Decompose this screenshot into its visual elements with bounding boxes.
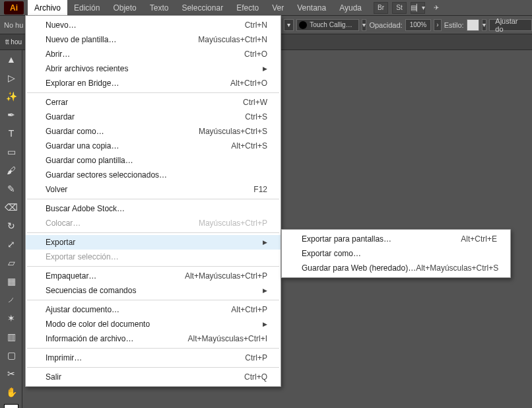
brush-dropdown-icon[interactable]: ▾ bbox=[362, 19, 367, 31]
menu-item[interactable]: Guardar como plantilla… bbox=[26, 153, 281, 168]
tool-brush-icon[interactable]: 🖌 bbox=[1, 162, 21, 179]
menu-item[interactable]: Buscar Adobe Stock… bbox=[26, 201, 281, 216]
tool-eraser-icon[interactable]: ⌫ bbox=[1, 199, 21, 216]
tool-magic-icon[interactable]: ✨ bbox=[1, 88, 21, 105]
document-tab[interactable]: tt hou bbox=[5, 38, 22, 46]
fill-swatch[interactable] bbox=[4, 404, 18, 408]
menu-item[interactable]: Abrir archivos recientes▶ bbox=[26, 61, 281, 76]
menu-item-label: Volver bbox=[46, 185, 67, 194]
menu-separator bbox=[27, 348, 279, 349]
menu-item-ver[interactable]: Ver bbox=[265, 0, 290, 16]
menu-item-label: Abrir… bbox=[46, 50, 70, 59]
menu-item[interactable]: Guardar como…Mayúsculas+Ctrl+S bbox=[26, 124, 281, 139]
submenu-item-label: Guardar para Web (heredado)… bbox=[302, 263, 416, 273]
menu-item: Colocar…Mayúsculas+Ctrl+P bbox=[26, 216, 281, 230]
menu-item[interactable]: SalirCtrl+Q bbox=[26, 370, 281, 384]
arrange-icon[interactable]: ▤▏▾ bbox=[411, 2, 425, 14]
menu-item[interactable]: Secuencias de comandos▶ bbox=[26, 283, 281, 298]
tool-direct-icon[interactable]: ▷ bbox=[1, 69, 21, 86]
tool-pencil-icon[interactable]: ✎ bbox=[1, 180, 21, 197]
style-dropdown-icon[interactable]: ▾ bbox=[482, 19, 487, 31]
submenu-item-label: Exportar para pantallas… bbox=[302, 234, 391, 244]
menu-shortcut: Ctrl+S bbox=[245, 112, 267, 121]
menu-shortcut: Ctrl+O bbox=[244, 50, 267, 59]
menu-shortcut: Ctrl+N bbox=[245, 20, 267, 30]
menu-item-label: Cerrar bbox=[46, 98, 68, 107]
menu-item[interactable]: Abrir…Ctrl+O bbox=[26, 47, 281, 61]
menu-item[interactable]: Ajustar documento…Alt+Ctrl+P bbox=[26, 302, 281, 317]
menu-item-label: Ajustar documento… bbox=[46, 305, 119, 314]
export-submenu: Exportar para pantallas…Alt+Ctrl+EExport… bbox=[281, 229, 511, 278]
dropdown-arrow-icon[interactable]: ▾ bbox=[284, 19, 294, 31]
tool-eyedropper-icon[interactable]: ⟋ bbox=[1, 291, 21, 308]
menu-item-ventana[interactable]: Ventana bbox=[290, 0, 333, 16]
menu-separator bbox=[27, 199, 279, 199]
menu-separator bbox=[27, 300, 279, 300]
tool-hand-icon[interactable]: ✋ bbox=[1, 384, 21, 401]
tool-rotate-icon[interactable]: ↻ bbox=[1, 217, 21, 234]
tool-type-icon[interactable]: T bbox=[1, 125, 21, 142]
stock-icon[interactable]: St bbox=[392, 2, 407, 14]
menu-item[interactable]: Guardar una copia…Alt+Ctrl+S bbox=[26, 139, 281, 153]
menu-shortcut: Alt+Ctrl+E bbox=[461, 234, 497, 244]
brush-dot-icon bbox=[299, 21, 307, 29]
submenu-item[interactable]: Exportar como… bbox=[282, 246, 510, 261]
opacity-field[interactable]: 100% bbox=[405, 19, 432, 31]
menu-item-seleccionar[interactable]: Seleccionar bbox=[175, 0, 230, 16]
menu-item[interactable]: Imprimir…Ctrl+P bbox=[26, 351, 281, 365]
submenu-item[interactable]: Exportar para pantallas…Alt+Ctrl+E bbox=[282, 232, 510, 246]
style-swatch[interactable] bbox=[467, 19, 479, 31]
menu-item-label: Abrir archivos recientes bbox=[46, 64, 128, 73]
menu-item[interactable]: Explorar en Bridge…Alt+Ctrl+O bbox=[26, 76, 281, 90]
menu-item[interactable]: VolverF12 bbox=[26, 182, 281, 197]
menu-item-label: Nuevo… bbox=[46, 20, 77, 30]
tool-scale-icon[interactable]: ⤢ bbox=[1, 236, 21, 253]
menu-item-label: Salir bbox=[46, 372, 61, 382]
menu-item[interactable]: Exportar▶ bbox=[26, 235, 281, 250]
menu-item-objeto[interactable]: Objeto bbox=[106, 0, 143, 16]
menu-separator bbox=[27, 367, 279, 368]
menu-item[interactable]: Información de archivo…Alt+Mayúsculas+Ct… bbox=[26, 331, 281, 346]
tool-rect-icon[interactable]: ▭ bbox=[1, 143, 21, 160]
adjust-button[interactable]: Ajustar do bbox=[489, 19, 532, 31]
tool-artboard-icon[interactable]: ▢ bbox=[1, 347, 21, 364]
submenu-arrow-icon: ▶ bbox=[263, 287, 267, 294]
menu-item-efecto[interactable]: Efecto bbox=[230, 0, 265, 16]
menu-shortcut: Ctrl+P bbox=[245, 353, 267, 362]
menu-item[interactable]: Guardar sectores seleccionados… bbox=[26, 168, 281, 182]
tool-mesh-icon[interactable]: ▦ bbox=[1, 273, 21, 290]
menu-item[interactable]: Nuevo de plantilla…Mayúsculas+Ctrl+N bbox=[26, 32, 281, 47]
menu-shortcut: Mayúsculas+Ctrl+P bbox=[199, 219, 267, 228]
publish-icon[interactable]: ✈ bbox=[429, 2, 444, 14]
menu-item-texto[interactable]: Texto bbox=[143, 0, 176, 16]
menu-item-edición[interactable]: Edición bbox=[67, 0, 106, 16]
tool-perspective-icon[interactable]: ▱ bbox=[1, 254, 21, 271]
menu-item[interactable]: Modo de color del documento▶ bbox=[26, 317, 281, 331]
menu-item-label: Buscar Adobe Stock… bbox=[46, 204, 125, 213]
tool-slice-icon[interactable]: ✂ bbox=[1, 365, 21, 382]
menu-shortcut: F12 bbox=[253, 185, 267, 194]
menu-item[interactable]: Nuevo…Ctrl+N bbox=[26, 18, 281, 32]
opacity-label: Opacidad: bbox=[369, 21, 402, 29]
tool-selection-icon[interactable]: ▲ bbox=[1, 51, 21, 68]
tool-symbol-icon[interactable]: ✶ bbox=[1, 310, 21, 327]
brush-selector[interactable]: Touch Callig… bbox=[296, 19, 359, 31]
menu-shortcut: Alt+Mayúsculas+Ctrl+I bbox=[188, 334, 267, 343]
tool-pen-icon[interactable]: ✒ bbox=[1, 106, 21, 123]
menu-item[interactable]: CerrarCtrl+W bbox=[26, 95, 281, 110]
menu-shortcut: Alt+Ctrl+S bbox=[231, 141, 267, 151]
menu-shortcut: Ctrl+W bbox=[243, 98, 267, 107]
menu-item-ayuda[interactable]: Ayuda bbox=[333, 0, 368, 16]
menu-item[interactable]: GuardarCtrl+S bbox=[26, 110, 281, 124]
bridge-icon[interactable]: Br bbox=[374, 2, 388, 14]
menu-item[interactable]: Empaquetar…Alt+Mayúsculas+Ctrl+P bbox=[26, 269, 281, 283]
opacity-arrow-icon[interactable]: › bbox=[434, 19, 441, 31]
submenu-item[interactable]: Guardar para Web (heredado)…Alt+Mayúscul… bbox=[282, 261, 510, 275]
tool-graph-icon[interactable]: ▥ bbox=[1, 328, 21, 345]
menu-item-label: Información de archivo… bbox=[46, 334, 133, 343]
menu-item-archivo[interactable]: Archivo bbox=[28, 0, 67, 16]
menu-item-label: Guardar como plantilla… bbox=[46, 156, 133, 165]
menu-item-label: Imprimir… bbox=[46, 353, 82, 362]
style-label: Estilo: bbox=[444, 21, 464, 29]
file-menu: Nuevo…Ctrl+NNuevo de plantilla…Mayúscula… bbox=[25, 15, 281, 387]
